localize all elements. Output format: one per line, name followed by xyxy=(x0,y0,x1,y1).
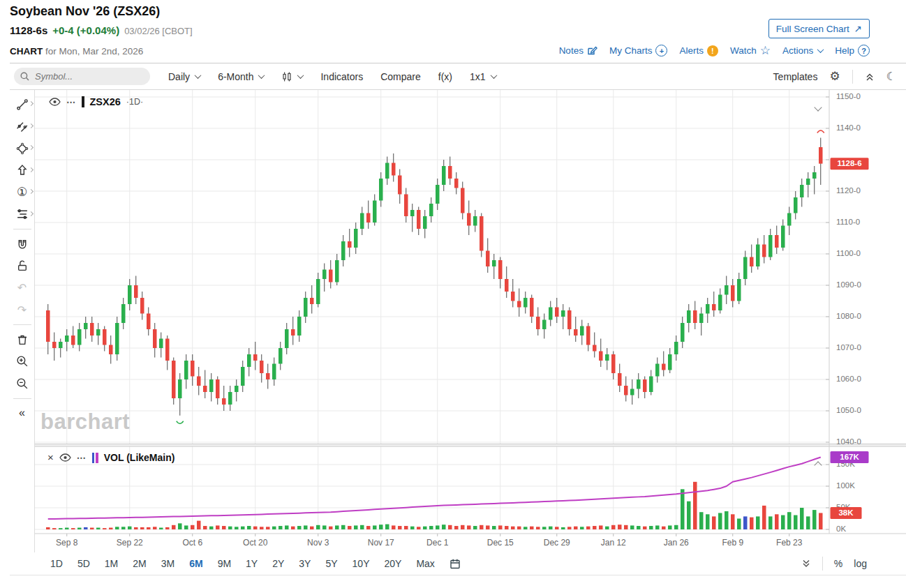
header-link-help[interactable]: Help? xyxy=(835,45,870,56)
zoom-in-tool-icon[interactable] xyxy=(10,351,34,373)
log-scale-button[interactable]: log xyxy=(854,558,867,569)
lock-open-tool-icon[interactable] xyxy=(10,255,34,278)
contract-high-marker xyxy=(817,130,824,133)
header-link-alerts[interactable]: Alerts! xyxy=(679,45,718,56)
range-button-1y[interactable]: 1Y xyxy=(246,558,258,569)
header-link-notes[interactable]: Notes xyxy=(559,45,597,56)
range-button-3m[interactable]: 3M xyxy=(161,558,174,569)
chart-type-dropdown[interactable] xyxy=(281,71,303,82)
period-dropdown[interactable]: Daily xyxy=(168,71,200,82)
study-menu-dots-icon[interactable]: ⋯ xyxy=(77,453,87,463)
eye-icon[interactable] xyxy=(59,453,71,462)
percent-scale-button[interactable]: % xyxy=(834,558,842,569)
range-button-1m[interactable]: 1M xyxy=(105,558,118,569)
svg-text:Nov 17: Nov 17 xyxy=(368,538,394,548)
compare-button[interactable]: Compare xyxy=(380,71,421,82)
range-button-6m[interactable]: 6M xyxy=(189,558,202,569)
svg-text:1150-0: 1150-0 xyxy=(836,92,861,100)
eye-icon[interactable] xyxy=(49,98,61,106)
collapse-left-tool-icon[interactable]: « xyxy=(10,402,34,425)
last-volume-badge: 38K xyxy=(831,507,862,519)
candlestick-icon xyxy=(281,71,292,82)
layout-dropdown[interactable]: 1x1 xyxy=(470,71,496,82)
page: Soybean Nov '26 (ZSX26) 1128-6s +0-4 (+0… xyxy=(0,0,906,588)
undo-tool-icon[interactable]: ↶ xyxy=(10,277,34,299)
indicators-button[interactable]: Indicators xyxy=(320,71,363,82)
notes-pencil-icon xyxy=(587,45,597,56)
series-interval: ·1D· xyxy=(126,97,143,107)
collapse-up-icon[interactable] xyxy=(865,72,875,82)
series-menu-dots-icon[interactable]: ⋯ xyxy=(66,97,76,107)
chart-toolbar: Daily 6-Month Indicators Compare f(x) 1x… xyxy=(10,63,906,90)
pane-divider[interactable] xyxy=(35,444,906,447)
sidebar-divider xyxy=(13,229,31,229)
svg-text:Jan 12: Jan 12 xyxy=(601,538,626,548)
volume-pane-collapse-chevron[interactable] xyxy=(815,458,821,471)
annotation-one-tool-icon[interactable]: ① xyxy=(10,181,34,204)
range-dropdown[interactable]: 6-Month xyxy=(218,71,264,82)
indicators-label: Indicators xyxy=(320,71,363,82)
symbol-search[interactable] xyxy=(14,68,150,85)
main-pane-collapse-chevron[interactable] xyxy=(815,100,821,113)
last-price: 1128-6s xyxy=(10,24,47,36)
trash-tool-icon[interactable] xyxy=(10,329,34,351)
magnet-tool-icon[interactable] xyxy=(10,233,34,255)
svg-text:Oct 6: Oct 6 xyxy=(182,538,202,548)
header-link-watch[interactable]: Watch☆ xyxy=(730,45,771,56)
range-button-2y[interactable]: 2Y xyxy=(272,558,284,569)
svg-text:Feb 23: Feb 23 xyxy=(776,538,803,548)
dark-mode-moon-icon[interactable]: ☾ xyxy=(886,70,896,82)
redo-tool-icon[interactable]: ↷ xyxy=(10,299,34,322)
circle-question-icon: ? xyxy=(858,45,870,56)
calendar-icon[interactable] xyxy=(450,558,461,569)
collapse-down-icon[interactable] xyxy=(801,559,811,568)
range-button-3y[interactable]: 3Y xyxy=(299,558,311,569)
chevron-down-icon xyxy=(490,72,497,79)
zoom-out-tool-icon[interactable] xyxy=(10,372,34,395)
range-button-20y[interactable]: 20Y xyxy=(385,558,402,569)
channels-tool-icon[interactable] xyxy=(10,116,34,138)
chart-widget: Daily 6-Month Indicators Compare f(x) 1x… xyxy=(10,63,906,575)
quote-date-exchange: 03/02/26 [CBOT] xyxy=(124,26,193,36)
range-button-2m[interactable]: 2M xyxy=(133,558,146,569)
chevron-down-icon xyxy=(258,72,265,79)
page-title: Soybean Nov '26 (ZSX26) xyxy=(10,4,906,19)
trendline-tool-icon[interactable] xyxy=(10,93,34,116)
symbol-search-input[interactable] xyxy=(34,70,141,82)
fx-button[interactable]: f(x) xyxy=(438,71,452,82)
open-interest-line xyxy=(48,457,821,519)
series-color-bar xyxy=(82,96,84,107)
range-button-1d[interactable]: 1D xyxy=(50,558,63,569)
arrow-up-tool-icon[interactable] xyxy=(10,160,34,182)
range-button-5y[interactable]: 5Y xyxy=(325,558,337,569)
volume-study-label: VOL (LikeMain) xyxy=(104,452,175,463)
chart-for-label: CHART for Mon, Mar 2nd, 2026 xyxy=(10,46,143,56)
range-button-10y[interactable]: 10Y xyxy=(352,558,370,569)
header-link-label: Notes xyxy=(559,45,584,56)
price-chart-svg-host[interactable]: 1150-01140-01120-01110-01100-01090-01080… xyxy=(35,90,906,555)
shapes-tool-icon[interactable] xyxy=(10,137,34,160)
header-link-actions[interactable]: Actions xyxy=(782,45,823,56)
contract-low-marker xyxy=(177,421,184,424)
header-link-my-charts[interactable]: My Charts+ xyxy=(609,45,668,56)
chart-region[interactable]: 1150-01140-01120-01110-01100-01090-01080… xyxy=(35,90,906,552)
gear-icon[interactable]: ⚙ xyxy=(829,70,840,82)
remove-study-icon[interactable]: × xyxy=(47,453,54,462)
svg-text:1128-6: 1128-6 xyxy=(837,159,861,167)
sidebar-divider xyxy=(13,398,31,399)
x-axis-labels: Sep 8Sep 22Oct 6Oct 20Nov 3Nov 17Dec 1De… xyxy=(56,534,803,548)
chart-wrap: ①↶↷« 1150-01140-01120-01110-01100-01090-… xyxy=(10,90,906,552)
fibonacci-tool-icon[interactable] xyxy=(10,204,34,226)
range-button-9m[interactable]: 9M xyxy=(218,558,231,569)
svg-text:1120-0: 1120-0 xyxy=(836,186,861,195)
range-label: 6-Month xyxy=(218,71,253,82)
svg-text:167K: 167K xyxy=(840,453,859,461)
chevron-down-icon xyxy=(195,72,202,79)
full-screen-chart-button[interactable]: Full Screen Chart ↗ xyxy=(768,19,870,38)
range-button-5d[interactable]: 5D xyxy=(77,558,90,569)
templates-button[interactable]: Templates xyxy=(773,71,818,82)
full-screen-chart-label: Full Screen Chart xyxy=(776,24,849,34)
sidebar-divider xyxy=(13,324,31,325)
chart-canvas[interactable]: 1150-01140-01120-01110-01100-01090-01080… xyxy=(35,90,906,552)
range-button-max[interactable]: Max xyxy=(416,558,434,569)
